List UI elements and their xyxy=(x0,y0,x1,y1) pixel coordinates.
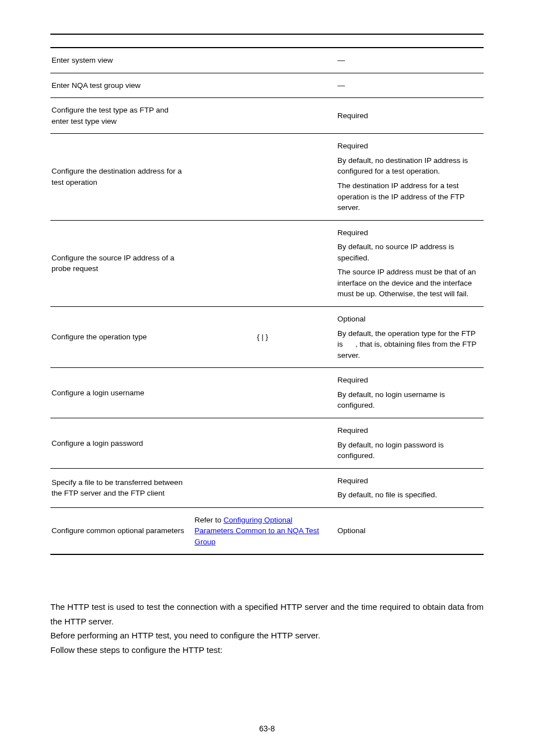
remarks-text: Required xyxy=(338,110,478,122)
remarks-text: The destination IP address for a test op… xyxy=(338,180,478,213)
remarks-text: Required xyxy=(338,425,478,436)
cell-cmd xyxy=(193,48,336,73)
remarks-text: Optional xyxy=(338,314,478,325)
cell-cmd xyxy=(193,220,336,306)
table-header-row xyxy=(50,34,484,48)
cell-remarks: — xyxy=(336,73,484,98)
cell-todo: Configure common optional parameters xyxy=(50,507,193,554)
paragraph: The HTTP test is used to test the connec… xyxy=(50,600,484,628)
cell-todo: Enter system view xyxy=(50,48,193,73)
cmd-prefix: Refer to xyxy=(194,516,223,524)
table-row: Enter system view — xyxy=(50,48,484,73)
cell-cmd xyxy=(193,418,336,468)
header-remarks xyxy=(336,34,484,48)
cell-cmd xyxy=(193,468,336,507)
cell-cmd xyxy=(193,368,336,418)
cell-cmd: Refer to Configuring Optional Parameters… xyxy=(193,507,336,554)
cell-todo: Specify a file to be transferred between… xyxy=(50,468,193,507)
remarks-text: By default, no file is specified. xyxy=(338,489,478,501)
remarks-text: Required xyxy=(338,227,478,239)
table-row: Configure a login password Required By d… xyxy=(50,418,484,468)
remarks-text: Required xyxy=(338,475,478,487)
remarks-text: Optional xyxy=(338,525,478,536)
remarks-text: The source IP address must be that of an… xyxy=(338,267,478,300)
remarks-suffix: , that is, obtaining files from the FTP … xyxy=(338,340,476,360)
cell-cmd xyxy=(193,134,336,220)
cell-cmd xyxy=(193,98,336,134)
header-todo xyxy=(50,34,193,48)
remarks-text: By default, no login password is configu… xyxy=(338,440,478,461)
cell-remarks: Required By default, no source IP addres… xyxy=(336,220,484,306)
cell-remarks: — xyxy=(336,48,484,73)
remarks-text: Required xyxy=(338,375,478,386)
table-row: Configure the source IP address of a pro… xyxy=(50,220,484,306)
cell-todo: Configure the test type as FTP and enter… xyxy=(50,98,193,134)
table-row: Configure common optional parameters Ref… xyxy=(50,507,484,554)
table-row: Configure the operation type { | } Optio… xyxy=(50,307,484,368)
section-body: The HTTP test is used to test the connec… xyxy=(50,600,484,657)
remarks-text: By default, the operation type for the F… xyxy=(338,328,478,361)
cell-remarks: Optional By default, the operation type … xyxy=(336,307,484,368)
header-command xyxy=(193,34,336,48)
remarks-text: — xyxy=(338,80,478,91)
cell-cmd: { | } xyxy=(193,307,336,368)
cell-remarks: Required By default, no login password i… xyxy=(336,418,484,468)
cell-todo: Configure the destination address for a … xyxy=(50,134,193,220)
cell-todo: Configure a login username xyxy=(50,368,193,418)
paragraph: Before performing an HTTP test, you need… xyxy=(50,628,484,643)
cell-remarks: Required By default, no file is specifie… xyxy=(336,468,484,507)
remarks-text: Required xyxy=(338,141,478,152)
config-table: Enter system view — Enter NQA test group… xyxy=(50,34,484,555)
cell-todo: Configure the operation type xyxy=(50,307,193,368)
cell-remarks: Optional xyxy=(336,507,484,554)
page-number: 63-8 xyxy=(50,724,484,733)
remarks-text: By default, no login username is configu… xyxy=(338,389,478,411)
remarks-text: — xyxy=(338,55,478,66)
table-row: Configure the destination address for a … xyxy=(50,134,484,220)
cell-todo: Configure a login password xyxy=(50,418,193,468)
page-content: Enter system view — Enter NQA test group… xyxy=(0,0,534,755)
cell-remarks: Required xyxy=(336,98,484,134)
cell-todo: Enter NQA test group view xyxy=(50,73,193,98)
cell-remarks: Required By default, no destination IP a… xyxy=(336,134,484,220)
table-row: Configure the test type as FTP and enter… xyxy=(50,98,484,134)
table-row: Specify a file to be transferred between… xyxy=(50,468,484,507)
remarks-text: By default, no source IP address is spec… xyxy=(338,241,478,263)
cell-todo: Configure the source IP address of a pro… xyxy=(50,220,193,306)
cell-cmd xyxy=(193,73,336,98)
paragraph: Follow these steps to configure the HTTP… xyxy=(50,643,484,657)
table-row: Configure a login username Required By d… xyxy=(50,368,484,418)
cell-remarks: Required By default, no login username i… xyxy=(336,368,484,418)
table-row: Enter NQA test group view — xyxy=(50,73,484,98)
remarks-text: By default, no destination IP address is… xyxy=(338,155,478,177)
